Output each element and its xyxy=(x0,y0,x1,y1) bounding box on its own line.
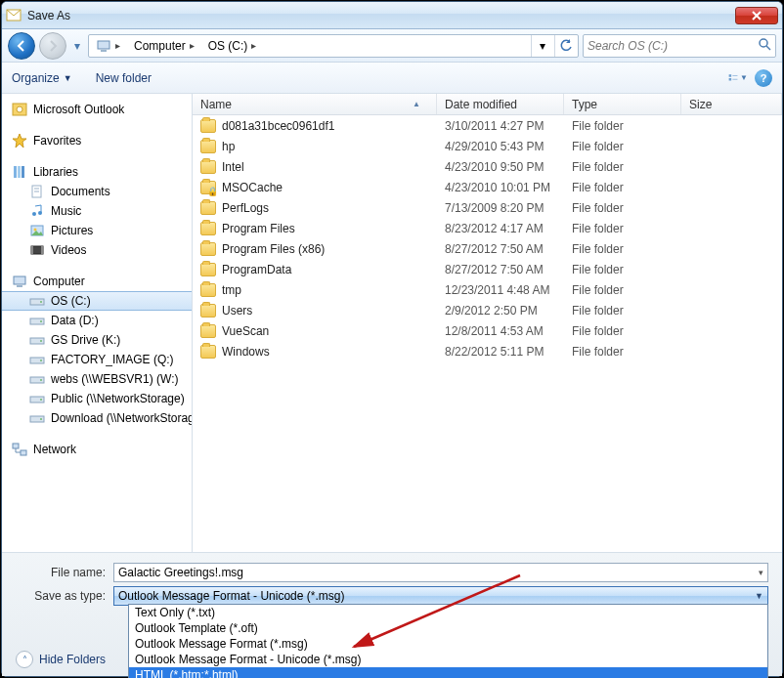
folder-icon xyxy=(200,119,216,133)
navpane-music[interactable]: Music xyxy=(2,201,192,221)
svg-point-18 xyxy=(32,212,36,216)
table-row[interactable]: tmp12/23/2011 4:48 AMFile folder xyxy=(193,279,782,300)
navpane-computer[interactable]: Computer xyxy=(2,272,192,291)
folder-icon xyxy=(200,345,216,359)
file-rows[interactable]: d081a31bcec0961df13/10/2011 4:27 PMFile … xyxy=(193,115,782,552)
navpane-drive[interactable]: webs (\\WEBSVR1) (W:) xyxy=(2,369,192,389)
table-row[interactable]: Windows8/22/2012 5:11 PMFile folder xyxy=(193,341,782,361)
svg-point-3 xyxy=(760,39,767,47)
refresh-icon[interactable] xyxy=(554,35,576,57)
nav-pane[interactable]: Microsoft Outlook Favorites Libraries Do… xyxy=(2,94,193,552)
navpane-drive[interactable]: OS (C:) xyxy=(2,291,192,311)
svg-rect-1 xyxy=(98,41,109,49)
navpane-favorites[interactable]: Favorites xyxy=(2,131,192,150)
svg-rect-6 xyxy=(729,78,732,81)
folder-icon xyxy=(200,304,216,318)
network-icon xyxy=(12,442,27,457)
type-label: Save as type: xyxy=(16,589,113,603)
drive-icon xyxy=(29,332,45,348)
breadcrumb-seg-1[interactable]: OS (C:)▸ xyxy=(203,35,264,57)
table-row[interactable]: VueScan12/8/2011 4:53 AMFile folder xyxy=(193,320,782,341)
help-button[interactable]: ? xyxy=(755,69,772,87)
save-as-dialog: Save As ▾ ▸ Computer▸ OS (C:)▸ ▾ xyxy=(1,1,783,677)
organize-menu[interactable]: Organize ▼ xyxy=(12,71,72,85)
svg-point-28 xyxy=(40,301,42,303)
table-row[interactable]: d081a31bcec0961df13/10/2011 4:27 PMFile … xyxy=(193,115,782,136)
column-type[interactable]: Type xyxy=(564,94,681,114)
folder-icon xyxy=(200,181,216,194)
svg-rect-23 xyxy=(31,246,33,254)
svg-point-34 xyxy=(40,360,42,361)
svg-rect-41 xyxy=(13,444,19,448)
navpane-drive[interactable]: Public (\\NetworkStorage) xyxy=(2,389,192,408)
table-row[interactable]: MSOCache4/23/2010 10:01 PMFile folder xyxy=(193,177,782,197)
column-date[interactable]: Date modified xyxy=(437,94,564,114)
navpane-drive[interactable]: Download (\\NetworkStorage) xyxy=(2,408,192,428)
type-option[interactable]: Text Only (*.txt) xyxy=(129,605,767,620)
column-headers[interactable]: Name▲ Date modified Type Size xyxy=(193,94,782,115)
svg-rect-12 xyxy=(14,166,17,178)
table-row[interactable]: ProgramData8/27/2012 7:50 AMFile folder xyxy=(193,259,782,279)
computer-icon xyxy=(12,274,27,289)
filename-input[interactable]: Galactic Greetings!.msg▾ xyxy=(113,563,768,582)
svg-rect-13 xyxy=(18,166,21,178)
table-row[interactable]: Program Files8/23/2012 4:17 AMFile folde… xyxy=(193,218,782,238)
folder-icon xyxy=(200,201,216,215)
svg-rect-42 xyxy=(21,450,26,455)
navpane-drive[interactable]: Data (D:) xyxy=(2,311,192,330)
navpane-libraries[interactable]: Libraries xyxy=(2,162,192,182)
table-row[interactable]: hp4/29/2010 5:43 PMFile folder xyxy=(193,136,782,156)
table-row[interactable]: Program Files (x86)8/27/2012 7:50 AMFile… xyxy=(193,238,782,259)
svg-rect-5 xyxy=(729,74,732,77)
nav-row: ▾ ▸ Computer▸ OS (C:)▸ ▾ Search OS (C:) xyxy=(2,29,782,63)
navpane-drive[interactable]: GS Drive (K:) xyxy=(2,330,192,350)
filename-label: File name: xyxy=(16,566,113,579)
breadcrumb[interactable]: ▸ Computer▸ OS (C:)▸ ▾ xyxy=(88,34,579,58)
folder-icon xyxy=(200,242,216,256)
table-row[interactable]: Users2/9/2012 2:50 PMFile folder xyxy=(193,300,782,320)
column-name[interactable]: Name▲ xyxy=(193,94,437,114)
breadcrumb-computer-icon[interactable]: ▸ xyxy=(91,35,127,57)
navpane-documents[interactable]: Documents xyxy=(2,182,192,201)
type-option[interactable]: Outlook Template (*.oft) xyxy=(129,620,767,636)
folder-icon xyxy=(200,222,216,235)
type-option[interactable]: HTML (*.htm;*.html) xyxy=(129,667,767,678)
back-button[interactable] xyxy=(8,32,35,60)
svg-line-4 xyxy=(766,46,770,50)
navpane-network[interactable]: Network xyxy=(2,440,192,459)
type-option[interactable]: Outlook Message Format (*.msg) xyxy=(129,636,767,652)
type-option[interactable]: Outlook Message Format - Unicode (*.msg) xyxy=(129,652,767,667)
drive-icon xyxy=(29,391,45,406)
star-icon xyxy=(12,133,27,148)
titlebar[interactable]: Save As xyxy=(2,2,782,29)
hide-folders-button[interactable]: ˄ Hide Folders xyxy=(16,651,106,668)
svg-rect-14 xyxy=(22,166,24,178)
view-button[interactable]: ▼ xyxy=(727,67,749,89)
breadcrumb-seg-0[interactable]: Computer▸ xyxy=(129,35,201,57)
drive-icon xyxy=(29,410,45,426)
column-size[interactable]: Size xyxy=(681,94,782,114)
navpane-videos[interactable]: Videos xyxy=(2,240,192,260)
svg-point-19 xyxy=(38,211,42,215)
table-row[interactable]: Intel4/23/2010 9:50 PMFile folder xyxy=(193,156,782,177)
table-row[interactable]: PerfLogs7/13/2009 8:20 PMFile folder xyxy=(193,197,782,218)
documents-icon xyxy=(29,184,45,199)
svg-rect-25 xyxy=(14,276,25,284)
folder-icon xyxy=(200,160,216,174)
new-folder-button[interactable]: New folder xyxy=(96,71,152,85)
dialog-body: Microsoft Outlook Favorites Libraries Do… xyxy=(2,94,782,552)
navpane-outlook[interactable]: Microsoft Outlook xyxy=(2,100,192,119)
folder-icon xyxy=(200,140,216,153)
save-as-type-dropdown[interactable]: Text Only (*.txt)Outlook Template (*.oft… xyxy=(128,604,768,678)
svg-rect-26 xyxy=(17,285,22,287)
navpane-pictures[interactable]: Pictures xyxy=(2,221,192,240)
file-list-pane: Name▲ Date modified Type Size d081a31bce… xyxy=(193,94,782,552)
navpane-drive[interactable]: FACTORY_IMAGE (Q:) xyxy=(2,350,192,369)
videos-icon xyxy=(29,242,45,258)
folder-icon xyxy=(200,263,216,276)
search-input[interactable]: Search OS (C:) xyxy=(583,34,776,58)
breadcrumb-dropdown-icon[interactable]: ▾ xyxy=(531,35,552,57)
close-button[interactable] xyxy=(735,7,778,24)
nav-history-dropdown[interactable]: ▾ xyxy=(70,36,84,56)
save-as-type-combo[interactable]: Outlook Message Format - Unicode (*.msg)… xyxy=(113,586,768,606)
